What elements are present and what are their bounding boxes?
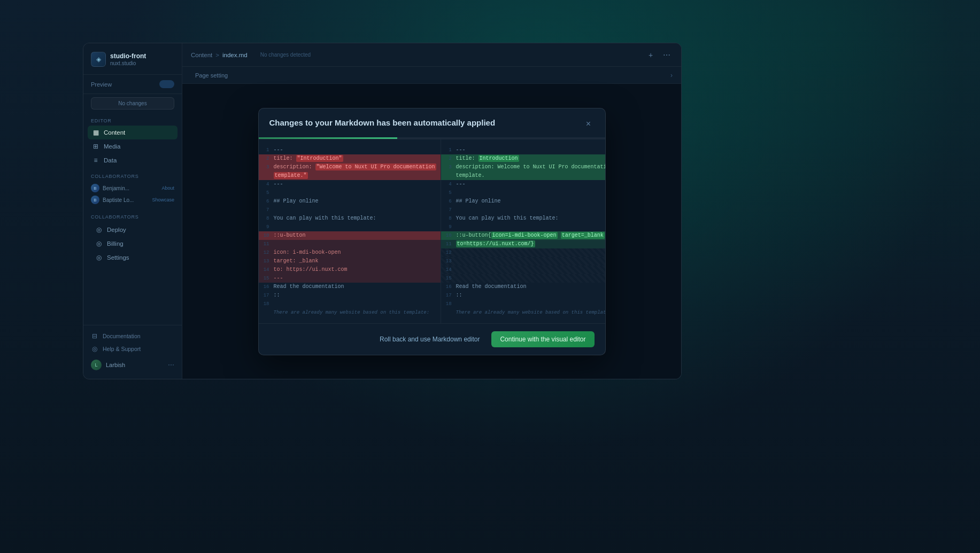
diff-line: 10 ::u-button <box>259 231 441 240</box>
data-icon: ≡ <box>92 157 99 164</box>
diff-line: 2 title: Introduction <box>441 154 606 163</box>
deploy-icon: ◎ <box>95 226 103 233</box>
collab2-section: Collaborators ◎ Deploy ◎ Billing ◎ Setti… <box>83 210 182 269</box>
more-button[interactable]: ⋯ <box>661 49 673 61</box>
topbar: Content > index.md No changes detected +… <box>182 43 681 67</box>
content-icon: ▦ <box>92 129 99 136</box>
add-button[interactable]: + <box>645 49 657 61</box>
preview-toggle[interactable] <box>159 80 174 88</box>
diff-line: 4 --- <box>259 180 441 189</box>
diff-panel-right: 1 --- 2 title: Introduction 3 descriptio… <box>441 139 606 323</box>
page-setting-tab[interactable]: Page setting <box>191 70 232 81</box>
modal-overlay: Changes to your Markdown has been automa… <box>182 84 681 379</box>
diff-line: 12 <box>441 248 606 257</box>
diff-line: 5 <box>259 189 441 197</box>
breadcrumb-current: index.md <box>222 52 248 58</box>
diff-line: 6 ## Play online <box>441 197 606 206</box>
sidebar-item-deploy[interactable]: ◎ Deploy <box>91 223 174 237</box>
collaborator-2-avatar: B <box>91 196 99 204</box>
app-logo: ◈ <box>91 52 106 67</box>
diff-panel-left: 1 --- 2 title: "Introduction" 3 <box>259 139 441 323</box>
diff-line: 13 <box>441 257 606 266</box>
modal-close-button[interactable]: × <box>583 118 595 130</box>
rollback-button[interactable]: Roll back and use Markdown editor <box>374 332 485 346</box>
media-icon: ⊞ <box>92 143 99 150</box>
main-content: Content > index.md No changes detected +… <box>182 43 681 379</box>
diff-line: 17 :: <box>259 291 441 300</box>
diff-line: 15 --- <box>259 274 441 283</box>
collaborator-1: B Benjamin... About <box>91 182 174 194</box>
collab2-label: Collaborators <box>91 214 174 220</box>
breadcrumb: Content > index.md <box>191 52 248 58</box>
user-avatar: L <box>91 360 102 370</box>
sidebar-item-data[interactable]: ≡ Data <box>88 153 178 167</box>
editor-section: Editor ▦ Content ⊞ Media ≡ Data <box>83 113 182 169</box>
diff-line: template." <box>259 172 441 180</box>
diff-line: 15 <box>441 274 606 283</box>
editor-area: Changes to your Markdown has been automa… <box>182 84 681 379</box>
diff-line: There are already many website based on … <box>259 308 441 317</box>
diff-line: 16 Read the documentation <box>259 283 441 291</box>
diff-line: 14 to: https://ui.nuxt.com <box>259 266 441 274</box>
sidebar-item-media[interactable]: ⊞ Media <box>88 139 178 153</box>
collaborators-label: Collaborators <box>91 174 174 179</box>
breadcrumb-status: No changes detected <box>260 52 311 58</box>
diff-line: 4 --- <box>441 180 606 189</box>
diff-line: 1 --- <box>441 146 606 154</box>
diff-line: 10 ::u-button{icon=i-mdi-book-open targe… <box>441 231 606 240</box>
diff-line: 8 You can play with this template: <box>441 214 606 223</box>
diff-line: 1 --- <box>259 146 441 154</box>
diff-line: 6 ## Play online <box>259 197 441 206</box>
app-subtitle: nuxt.studio <box>110 60 146 66</box>
diff-line: 9 <box>441 223 606 231</box>
modal-header: Changes to your Markdown has been automa… <box>259 108 605 137</box>
continue-visual-editor-button[interactable]: Continue with the visual editor <box>491 331 594 347</box>
subtopbar-arrow: › <box>670 72 673 79</box>
help-support-link[interactable]: ◎ Help & Support <box>88 342 178 355</box>
no-changes-button[interactable]: No changes <box>91 97 174 110</box>
diff-line: 5 <box>441 189 606 197</box>
app-title: studio-front <box>110 52 146 60</box>
diff-line: 11 <box>259 240 441 248</box>
docs-icon: ⊟ <box>91 332 98 340</box>
diff-line: 14 <box>441 266 606 274</box>
diff-line: 11 to=https://ui.nuxt.com/} <box>441 240 606 248</box>
help-icon: ◎ <box>91 345 98 353</box>
diff-line: There are already many website based on … <box>441 308 606 317</box>
settings-icon: ◎ <box>95 254 103 261</box>
collaborators-section: Collaborators B Benjamin... About B Bapt… <box>83 169 182 210</box>
sidebar: ◈ studio-front nuxt.studio Preview No ch… <box>83 43 182 379</box>
preview-section: Preview <box>83 75 182 94</box>
diff-line: 3 description: Welcome to Nuxt UI Pro do… <box>441 163 606 172</box>
sidebar-user[interactable]: L Larbish ⋯ <box>88 355 178 375</box>
breadcrumb-separator: > <box>215 52 219 58</box>
sidebar-item-content[interactable]: ▦ Content <box>88 126 178 139</box>
sidebar-header: ◈ studio-front nuxt.studio <box>83 43 182 75</box>
sidebar-item-settings[interactable]: ◎ Settings <box>91 251 174 264</box>
diff-line: 18 <box>441 300 606 308</box>
sidebar-item-billing[interactable]: ◎ Billing <box>91 237 174 251</box>
sidebar-bottom: ⊟ Documentation ◎ Help & Support L Larbi… <box>83 325 182 379</box>
modal-footer: Roll back and use Markdown editor Contin… <box>259 323 605 355</box>
app-window: ◈ studio-front nuxt.studio Preview No ch… <box>83 43 682 379</box>
preview-label: Preview <box>91 80 174 88</box>
user-name: Larbish <box>106 362 125 368</box>
diff-line: 12 icon: i-mdi-book-open <box>259 248 441 257</box>
subtopbar: Page setting › <box>182 67 681 84</box>
diff-line: 3 description: "Welcome to Nuxt UI Pro d… <box>259 163 441 172</box>
diff-line: 17 :: <box>441 291 606 300</box>
breadcrumb-parent: Content <box>191 52 212 58</box>
billing-icon: ◎ <box>95 240 103 247</box>
editor-label: Editor <box>88 118 178 126</box>
diff-line: 2 title: "Introduction" <box>259 154 441 163</box>
app-title-group: studio-front nuxt.studio <box>110 52 146 66</box>
diff-line: 8 You can play with this template: <box>259 214 441 223</box>
topbar-right: + ⋯ <box>645 49 673 61</box>
diff-container: 1 --- 2 title: "Introduction" 3 <box>259 139 605 323</box>
documentation-link[interactable]: ⊟ Documentation <box>88 330 178 342</box>
diff-line: 9 <box>259 223 441 231</box>
modal-title: Changes to your Markdown has been automa… <box>269 118 496 127</box>
modal: Changes to your Markdown has been automa… <box>258 108 606 355</box>
user-menu-icon[interactable]: ⋯ <box>168 361 174 369</box>
diff-line: 13 target: _blank <box>259 257 441 266</box>
